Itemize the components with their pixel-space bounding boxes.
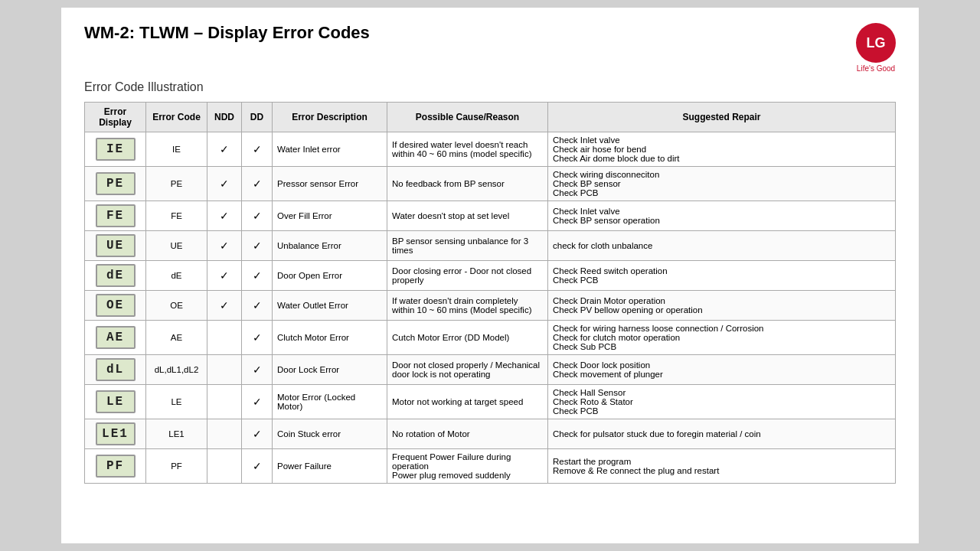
page-header: WM-2: TLWM – Display Error Codes LG Life… xyxy=(84,23,896,73)
error-display-cell: PE xyxy=(85,167,146,201)
repair-cell: Check Drain Motor operationCheck PV bell… xyxy=(548,291,896,321)
section-title: Error Code Illustration xyxy=(84,80,896,94)
table-row: IEIE✓✓Water Inlet errorIf desired water … xyxy=(85,132,896,167)
cause-cell: If water doesn't drain completely within… xyxy=(387,291,548,321)
col-header-repair: Suggested Repair xyxy=(548,103,896,132)
table-header-row: Error Display Error Code NDD DD Error De… xyxy=(85,103,896,132)
repair-cell: Check for wiring harness loose connectio… xyxy=(548,321,896,355)
error-display-cell: FE xyxy=(85,201,146,231)
table-row: dLdL,dL1,dL2✓Door Lock ErrorDoor not clo… xyxy=(85,355,896,385)
error-code-cell: PF xyxy=(146,449,207,484)
table-row: dEdE✓✓Door Open ErrorDoor closing error … xyxy=(85,261,896,291)
ndd-cell xyxy=(207,355,242,385)
error-code-cell: FE xyxy=(146,201,207,231)
description-cell: Water Outlet Error xyxy=(273,291,387,321)
lcd-display: UE xyxy=(96,234,136,257)
cause-cell: Frequent Power Failure during operationP… xyxy=(387,449,548,484)
lcd-display: LE xyxy=(96,390,136,413)
description-cell: Power Failure xyxy=(273,449,387,484)
table-row: LE1LE1✓Coin Stuck errorNo rotation of Mo… xyxy=(85,419,896,449)
repair-cell: Check Inlet valveCheck air hose for bend… xyxy=(548,132,896,167)
table-row: LELE✓Motor Error (Locked Motor)Motor not… xyxy=(85,385,896,419)
ndd-cell: ✓ xyxy=(207,261,242,291)
cause-cell: Motor not working at target speed xyxy=(387,385,548,419)
description-cell: Coin Stuck error xyxy=(273,419,387,449)
error-code-cell: PE xyxy=(146,167,207,201)
ndd-cell: ✓ xyxy=(207,132,242,167)
lcd-display: dL xyxy=(96,358,136,381)
dd-cell: ✓ xyxy=(242,355,273,385)
error-display-cell: IE xyxy=(85,132,146,167)
repair-cell: Check Door lock positionCheck movement o… xyxy=(548,355,896,385)
lcd-display: dE xyxy=(96,264,136,287)
table-row: UEUE✓✓Unbalance ErrorBP sensor sensing u… xyxy=(85,231,896,261)
dd-cell: ✓ xyxy=(242,167,273,201)
cause-cell: Water doesn't stop at set level xyxy=(387,201,548,231)
dd-cell: ✓ xyxy=(242,132,273,167)
lcd-display: PF xyxy=(96,455,136,478)
error-code-cell: dE xyxy=(146,261,207,291)
error-display-cell: dL xyxy=(85,355,146,385)
error-code-cell: LE1 xyxy=(146,419,207,449)
description-cell: Door Open Error xyxy=(273,261,387,291)
repair-cell: Check Inlet valveCheck BP sensor operati… xyxy=(548,201,896,231)
cause-cell: Door closing error - Door not closed pro… xyxy=(387,261,548,291)
table-row: PEPE✓✓Pressor sensor ErrorNo feedback fr… xyxy=(85,167,896,201)
ndd-cell xyxy=(207,449,242,484)
error-display-cell: AE xyxy=(85,321,146,355)
col-header-dd: DD xyxy=(242,103,273,132)
table-row: PFPF✓Power FailureFrequent Power Failure… xyxy=(85,449,896,484)
error-display-cell: OE xyxy=(85,291,146,321)
dd-cell: ✓ xyxy=(242,201,273,231)
page-container: WM-2: TLWM – Display Error Codes LG Life… xyxy=(61,8,919,543)
error-code-cell: UE xyxy=(146,231,207,261)
description-cell: Clutch Motor Error xyxy=(273,321,387,355)
repair-cell: Check for pulsator stuck due to foregin … xyxy=(548,419,896,449)
description-cell: Unbalance Error xyxy=(273,231,387,261)
ndd-cell: ✓ xyxy=(207,201,242,231)
dd-cell: ✓ xyxy=(242,291,273,321)
ndd-cell xyxy=(207,321,242,355)
repair-cell: Check Hall SensorCheck Roto & StatorChec… xyxy=(548,385,896,419)
cause-cell: Door not closed properly / Mechanical do… xyxy=(387,355,548,385)
cause-cell: BP sensor sensing unbalance for 3 times xyxy=(387,231,548,261)
error-display-cell: LE1 xyxy=(85,419,146,449)
col-header-desc: Error Description xyxy=(273,103,387,132)
repair-cell: Check wiring disconnecitonCheck BP senso… xyxy=(548,167,896,201)
lg-logo-text: LG xyxy=(867,35,886,51)
ndd-cell xyxy=(207,419,242,449)
lg-logo: LG Life's Good xyxy=(856,23,896,73)
col-header-code: Error Code xyxy=(146,103,207,132)
cause-cell: No rotation of Motor xyxy=(387,419,548,449)
col-header-cause: Possible Cause/Reason xyxy=(387,103,548,132)
error-display-cell: dE xyxy=(85,261,146,291)
description-cell: Over Fill Error xyxy=(273,201,387,231)
dd-cell: ✓ xyxy=(242,419,273,449)
table-row: FEFE✓✓Over Fill ErrorWater doesn't stop … xyxy=(85,201,896,231)
description-cell: Pressor sensor Error xyxy=(273,167,387,201)
error-code-cell: dL,dL1,dL2 xyxy=(146,355,207,385)
table-row: OEOE✓✓Water Outlet ErrorIf water doesn't… xyxy=(85,291,896,321)
dd-cell: ✓ xyxy=(242,321,273,355)
error-code-cell: AE xyxy=(146,321,207,355)
page-title: WM-2: TLWM – Display Error Codes xyxy=(84,23,370,43)
lg-logo-circle: LG xyxy=(856,23,896,63)
lcd-display: AE xyxy=(96,326,136,349)
table-row: AEAE✓Clutch Motor ErrorCutch Motor Error… xyxy=(85,321,896,355)
error-codes-table: Error Display Error Code NDD DD Error De… xyxy=(84,102,896,484)
dd-cell: ✓ xyxy=(242,385,273,419)
error-code-cell: OE xyxy=(146,291,207,321)
dd-cell: ✓ xyxy=(242,231,273,261)
cause-cell: Cutch Motor Error (DD Model) xyxy=(387,321,548,355)
lcd-display: PE xyxy=(96,172,136,195)
repair-cell: check for cloth unbalance xyxy=(548,231,896,261)
lcd-display: FE xyxy=(96,204,136,227)
col-header-ndd: NDD xyxy=(207,103,242,132)
lcd-display: OE xyxy=(96,294,136,317)
lg-tagline: Life's Good xyxy=(856,64,896,73)
error-display-cell: UE xyxy=(85,231,146,261)
ndd-cell xyxy=(207,385,242,419)
dd-cell: ✓ xyxy=(242,449,273,484)
repair-cell: Restart the programRemove & Re connect t… xyxy=(548,449,896,484)
description-cell: Door Lock Error xyxy=(273,355,387,385)
